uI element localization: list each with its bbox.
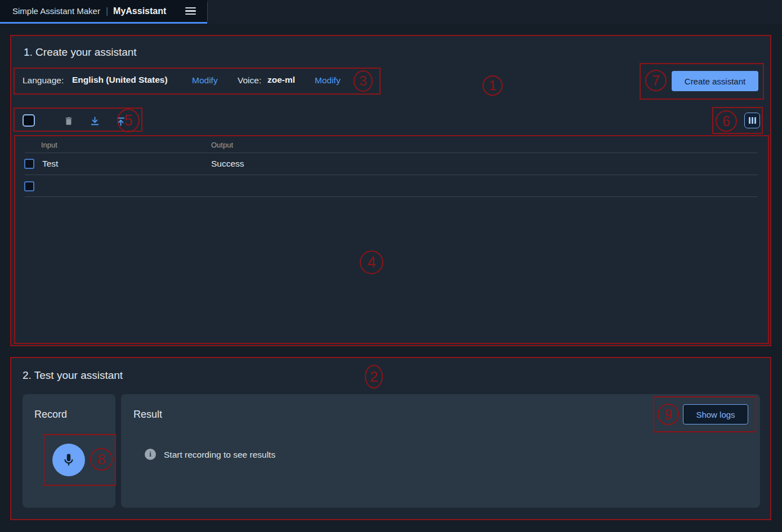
top-bar: Simple Assistant Maker | MyAssistant [0,0,782,24]
test-section-title: 2. Test your assistant [23,369,123,382]
assistant-tab[interactable]: Simple Assistant Maker | MyAssistant [0,0,207,24]
microphone-icon [61,453,76,467]
table-divider [25,196,758,197]
test-assistant-section: 2. Test your assistant Record Result Sho… [11,357,771,520]
result-panel-title: Result [133,409,162,421]
trash-icon [64,116,74,126]
record-panel: Record [23,394,115,508]
record-button[interactable] [52,444,85,476]
language-modify-link[interactable]: Modify [192,75,218,86]
title-separator: | [106,6,108,16]
result-empty-state: Start recording to see results [164,450,275,460]
voice-label: Voice: [238,75,261,86]
row-input-cell: Test [42,159,58,169]
export-button[interactable] [114,114,127,128]
columns-icon [749,117,756,124]
tab-divider [207,2,208,21]
language-value: English (United States) [72,75,168,85]
create-assistant-button[interactable]: Create assistant [672,71,758,91]
table-header-output: Output [211,141,233,149]
table-row-empty[interactable] [11,175,771,197]
upload-to-bar-icon [115,115,127,127]
table-row[interactable]: Test Success [11,153,771,175]
row-checkbox[interactable] [24,181,34,191]
app-title: Simple Assistant Maker [12,6,100,16]
voice-modify-link[interactable]: Modify [315,75,341,86]
row-output-cell: Success [211,159,244,169]
row-checkbox[interactable] [24,159,34,169]
columns-view-button[interactable] [744,113,760,128]
record-panel-title: Record [34,409,67,421]
delete-button[interactable] [62,114,75,128]
hamburger-icon[interactable] [183,5,198,17]
language-label: Language: [23,75,64,86]
voice-value: zoe-ml [267,75,295,85]
download-to-bar-icon [89,115,101,127]
show-logs-button[interactable]: Show logs [683,404,748,424]
create-section-title: 1. Create your assistant [24,46,137,59]
table-header-input: Input [41,141,57,149]
create-assistant-section: 1. Create your assistant Language: Engli… [11,35,771,346]
import-button[interactable] [88,114,101,128]
assistant-name: MyAssistant [113,6,166,16]
info-icon: i [145,449,156,460]
select-all-checkbox[interactable] [23,114,35,127]
result-panel: Result Show logs i Start recording to se… [121,394,760,508]
